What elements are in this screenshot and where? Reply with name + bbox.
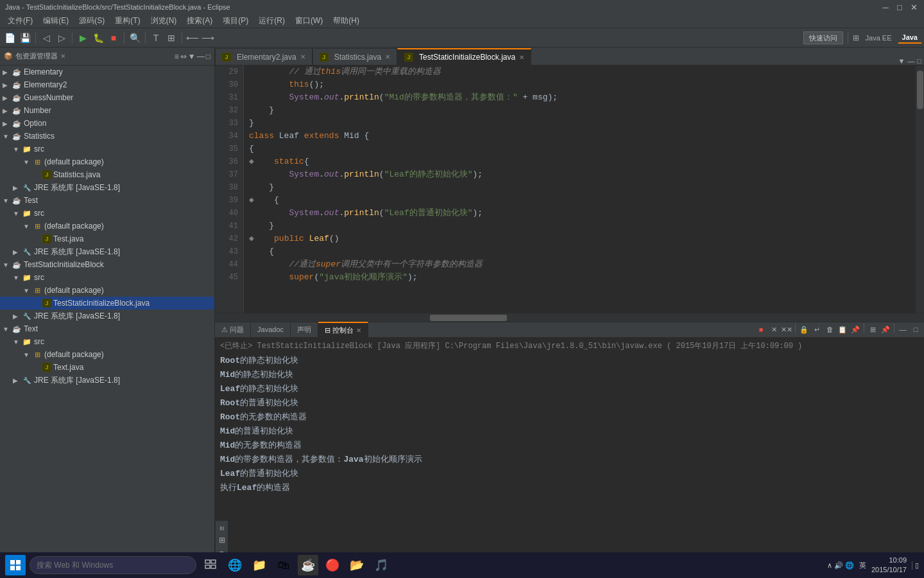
minimize-btn[interactable]: ─ bbox=[880, 3, 891, 12]
menu-edit[interactable]: 编辑(E) bbox=[38, 14, 74, 28]
toolbar-search[interactable]: 🔍 bbox=[128, 31, 142, 45]
tsib-jre[interactable]: ▶ 🔧 JRE 系统库 [JavaSE-1.8] bbox=[0, 310, 214, 322]
text-default-pkg[interactable]: ▼ ⊞ (default package) bbox=[0, 348, 214, 361]
perspective-java[interactable]: Java bbox=[898, 32, 921, 44]
tab-elementary2[interactable]: J Elementary2.java ✕ bbox=[215, 48, 312, 65]
perspective-java-ee[interactable]: Java EE bbox=[862, 33, 896, 43]
tab-console[interactable]: ⊟ 控制台 ✕ bbox=[318, 322, 368, 337]
project-tsib[interactable]: ▼ ☕ TestStaticInitializeBlock bbox=[0, 258, 214, 271]
right-icon-2[interactable]: ⊞ bbox=[219, 536, 225, 545]
project-elementary2[interactable]: ▶ ☕ Elementary2 bbox=[0, 78, 214, 91]
sidebar-collapse-all[interactable]: ≡ bbox=[175, 52, 179, 61]
console-pin[interactable]: 📌 bbox=[880, 324, 891, 335]
tsib-src[interactable]: ▼ 📁 src bbox=[0, 271, 214, 284]
console-paste[interactable]: 📌 bbox=[850, 324, 861, 335]
project-elementary[interactable]: ▶ ☕ Elementary bbox=[0, 66, 214, 78]
taskbar-edge[interactable]: 🌐 bbox=[225, 555, 245, 575]
hscroll-track[interactable] bbox=[430, 313, 924, 322]
menu-project[interactable]: 项目(P) bbox=[218, 14, 253, 28]
statistics-jre[interactable]: ▶ 🔧 JRE 系统库 [JavaSE-1.8] bbox=[0, 181, 214, 194]
tsib-default-pkg[interactable]: ▼ ⊞ (default package) bbox=[0, 284, 214, 297]
tab-list-btn[interactable]: ▼ bbox=[898, 57, 905, 65]
scrollbar-thumb[interactable] bbox=[917, 71, 923, 109]
menu-file[interactable]: 文件(F) bbox=[3, 14, 38, 28]
hscroll-thumb[interactable] bbox=[430, 315, 507, 321]
test-src[interactable]: ▼ 📁 src bbox=[0, 207, 214, 220]
menu-search[interactable]: 搜索(A) bbox=[182, 14, 218, 28]
toolbar-new[interactable]: 📄 bbox=[3, 31, 17, 45]
project-statistics[interactable]: ▼ ☕ Statistics bbox=[0, 130, 214, 143]
taskbar-task-view[interactable] bbox=[200, 555, 221, 575]
tab-close[interactable]: ✕ bbox=[519, 54, 524, 61]
sidebar-menu[interactable]: ▼ bbox=[188, 52, 196, 61]
toolbar-prev-edit[interactable]: ⟵ bbox=[185, 31, 200, 45]
text-src[interactable]: ▼ 📁 src bbox=[0, 335, 214, 348]
toolbar-stop[interactable]: ■ bbox=[107, 31, 121, 45]
text-jre[interactable]: ▶ 🔧 JRE 系统库 [JavaSE-1.8] bbox=[0, 374, 214, 387]
tab-tsib[interactable]: J TestStaticInitializeBlock.java ✕ bbox=[397, 48, 531, 65]
toolbar-save[interactable]: 💾 bbox=[18, 31, 32, 45]
toolbar-back[interactable]: ◁ bbox=[39, 31, 53, 45]
project-text[interactable]: ▼ ☕ Text bbox=[0, 322, 214, 335]
tab-close[interactable]: ✕ bbox=[300, 53, 305, 60]
menu-refactor[interactable]: 重构(T) bbox=[110, 14, 145, 28]
tab-declaration[interactable]: 声明 bbox=[291, 322, 318, 337]
console-remove-all[interactable]: ✕✕ bbox=[781, 324, 792, 335]
editor-hscrollbar[interactable] bbox=[215, 313, 924, 322]
taskbar-store[interactable]: 🛍 bbox=[273, 555, 294, 575]
menu-window[interactable]: 窗口(W) bbox=[290, 14, 328, 28]
console-remove[interactable]: ✕ bbox=[768, 324, 780, 335]
console-terminate[interactable]: ■ bbox=[755, 324, 767, 335]
toolbar-run[interactable]: ▶ bbox=[76, 31, 90, 45]
taskbar-search[interactable] bbox=[30, 556, 196, 574]
test-java[interactable]: J Test.java bbox=[0, 232, 214, 245]
toolbar-debug[interactable]: 🐛 bbox=[91, 31, 105, 45]
menu-navigate[interactable]: 浏览(N) bbox=[146, 14, 182, 28]
test-jre[interactable]: ▶ 🔧 JRE 系统库 [JavaSE-1.8] bbox=[0, 245, 214, 258]
tab-problems[interactable]: ⚠ 问题 bbox=[215, 322, 251, 337]
editor-vscrollbar[interactable] bbox=[915, 66, 924, 313]
toolbar-forward[interactable]: ▷ bbox=[55, 31, 69, 45]
tab-javadoc[interactable]: Javadoc bbox=[251, 322, 291, 337]
menu-run[interactable]: 运行(R) bbox=[253, 14, 290, 28]
tab-statistics[interactable]: J Statistics.java ✕ bbox=[312, 48, 397, 65]
maximize-btn[interactable]: □ bbox=[894, 3, 905, 12]
test-default-pkg[interactable]: ▼ ⊞ (default package) bbox=[0, 220, 214, 232]
project-test[interactable]: ▼ ☕ Test bbox=[0, 194, 214, 207]
toolbar-hierarchy[interactable]: ⊞ bbox=[164, 31, 178, 45]
start-button[interactable] bbox=[5, 555, 26, 575]
code-editor[interactable]: 29 30 31 32 33 34 35 36 37 38 39 40 41 4… bbox=[215, 66, 924, 313]
sidebar-link-editor[interactable]: ⇔ bbox=[180, 52, 187, 61]
bottom-maximize[interactable]: □ bbox=[910, 324, 921, 335]
text-java[interactable]: J Text.java bbox=[0, 361, 214, 374]
statistics-java[interactable]: J Statistics.java bbox=[0, 168, 214, 181]
tsib-java[interactable]: J TestStaticInitializeBlock.java bbox=[0, 297, 214, 310]
tab-close[interactable]: ✕ bbox=[385, 53, 390, 60]
bottom-minimize[interactable]: — bbox=[897, 324, 909, 335]
console-copy[interactable]: 📋 bbox=[837, 324, 848, 335]
code-lines[interactable]: // 通过this调用同一类中重载的构造器 this(); System.out… bbox=[244, 66, 915, 313]
menu-source[interactable]: 源码(S) bbox=[74, 14, 110, 28]
project-guessnumber[interactable]: ▶ ☕ GuessNumber bbox=[0, 91, 214, 104]
close-btn[interactable]: ✕ bbox=[909, 3, 919, 12]
quick-access-btn[interactable]: 快速访问 bbox=[803, 31, 843, 44]
right-icon-1[interactable]: ≡ bbox=[218, 526, 227, 530]
toolbar-next-edit[interactable]: ⟶ bbox=[201, 31, 215, 45]
console-word-wrap[interactable]: ↵ bbox=[811, 324, 823, 335]
menu-help[interactable]: 帮助(H) bbox=[328, 14, 364, 28]
project-option[interactable]: ▶ ☕ Option bbox=[0, 117, 214, 130]
tab-minimize[interactable]: — bbox=[907, 57, 914, 65]
console-clear[interactable]: 🗑 bbox=[824, 324, 835, 335]
taskbar-java[interactable]: ☕ bbox=[298, 555, 318, 575]
project-number[interactable]: ▶ ☕ Number bbox=[0, 104, 214, 117]
sidebar-maximize[interactable]: □ bbox=[206, 52, 210, 61]
sidebar-minimize[interactable]: — bbox=[197, 52, 205, 61]
taskbar-eclipse[interactable]: 🔴 bbox=[322, 555, 343, 575]
statistics-src[interactable]: ▼ 📁 src bbox=[0, 143, 214, 155]
toolbar-open-type[interactable]: T bbox=[149, 31, 163, 45]
taskbar-music[interactable]: 🎵 bbox=[371, 555, 391, 575]
console-scroll-lock[interactable]: 🔒 bbox=[798, 324, 810, 335]
taskbar-folder2[interactable]: 📂 bbox=[346, 555, 367, 575]
tab-maximize[interactable]: □ bbox=[917, 57, 921, 65]
statistics-default-pkg[interactable]: ▼ ⊞ (default package) bbox=[0, 155, 214, 168]
